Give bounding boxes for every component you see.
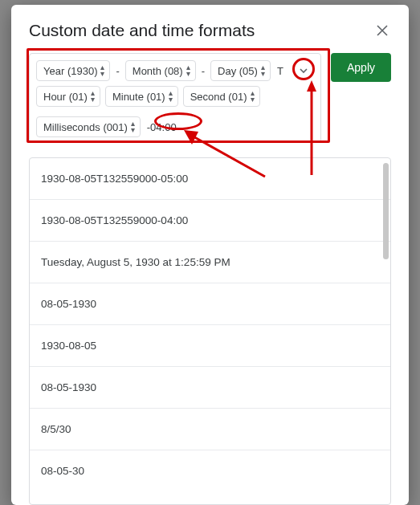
token-millis-label: Milliseconds (001) bbox=[43, 121, 128, 133]
preset-list[interactable]: 1930-08-05T132559000-05:00 1930-08-05T13… bbox=[30, 158, 390, 504]
close-button[interactable] bbox=[373, 22, 391, 39]
list-item[interactable]: 08-05-1930 bbox=[30, 367, 390, 409]
token-milliseconds[interactable]: Milliseconds (001) ▴▾ bbox=[36, 116, 141, 137]
chevron-updown-icon: ▴▾ bbox=[169, 90, 173, 103]
list-item[interactable]: 1930-08-05 bbox=[30, 325, 390, 367]
chevron-updown-icon: ▴▾ bbox=[251, 90, 255, 103]
token-minute[interactable]: Minute (01) ▴▾ bbox=[105, 86, 178, 107]
separator-dash: - bbox=[201, 65, 206, 77]
literal-T: T bbox=[275, 63, 285, 79]
close-icon bbox=[377, 25, 388, 36]
dialog-titlebar: Custom date and time formats bbox=[29, 21, 391, 40]
list-item[interactable]: 08-05-1930 bbox=[30, 283, 390, 325]
token-second[interactable]: Second (01) ▴▾ bbox=[183, 86, 260, 107]
list-item[interactable]: 08-05-30 bbox=[30, 450, 390, 491]
token-day[interactable]: Day (05) ▴▾ bbox=[210, 60, 271, 81]
preset-list-container: 1930-08-05T132559000-05:00 1930-08-05T13… bbox=[29, 157, 391, 505]
chevron-updown-icon: ▴▾ bbox=[100, 64, 104, 77]
token-hour[interactable]: Hour (01) ▴▾ bbox=[36, 86, 100, 107]
token-month[interactable]: Month (08) ▴▾ bbox=[125, 60, 196, 81]
dialog-title: Custom date and time formats bbox=[29, 21, 255, 40]
token-hour-label: Hour (01) bbox=[43, 91, 88, 103]
separator-dash: - bbox=[115, 65, 120, 77]
format-editor[interactable]: Year (1930) ▴▾ - Month (08) ▴▾ - Day (05… bbox=[29, 53, 321, 143]
custom-datetime-dialog: Custom date and time formats Year (1930)… bbox=[11, 5, 409, 505]
chevron-updown-icon: ▴▾ bbox=[186, 64, 190, 77]
token-second-label: Second (01) bbox=[190, 91, 247, 103]
chevron-updown-icon: ▴▾ bbox=[131, 120, 135, 133]
list-item[interactable]: 1930-08-05T132559000-05:00 bbox=[30, 158, 390, 200]
scrollbar-thumb[interactable] bbox=[383, 163, 389, 259]
token-year[interactable]: Year (1930) ▴▾ bbox=[36, 60, 110, 81]
token-year-label: Year (1930) bbox=[43, 65, 97, 77]
format-editor-row: Year (1930) ▴▾ - Month (08) ▴▾ - Day (05… bbox=[29, 53, 391, 143]
chevron-down-icon bbox=[299, 66, 308, 75]
format-tokens: Year (1930) ▴▾ - Month (08) ▴▾ - Day (05… bbox=[36, 60, 314, 137]
chevron-updown-icon: ▴▾ bbox=[261, 64, 265, 77]
token-month-label: Month (08) bbox=[133, 65, 183, 77]
list-item[interactable]: Tuesday, August 5, 1930 at 1:25:59 PM bbox=[30, 242, 390, 283]
literal-timezone: -04:00 bbox=[145, 120, 178, 135]
token-day-label: Day (05) bbox=[218, 65, 258, 77]
chevron-updown-icon: ▴▾ bbox=[91, 90, 95, 103]
list-item[interactable]: 1930-08-05T132559000-04:00 bbox=[30, 200, 390, 242]
token-minute-label: Minute (01) bbox=[112, 91, 165, 103]
add-token-dropdown[interactable] bbox=[293, 60, 314, 81]
list-item[interactable]: 8/5/30 bbox=[30, 409, 390, 450]
apply-button[interactable]: Apply bbox=[331, 53, 391, 82]
